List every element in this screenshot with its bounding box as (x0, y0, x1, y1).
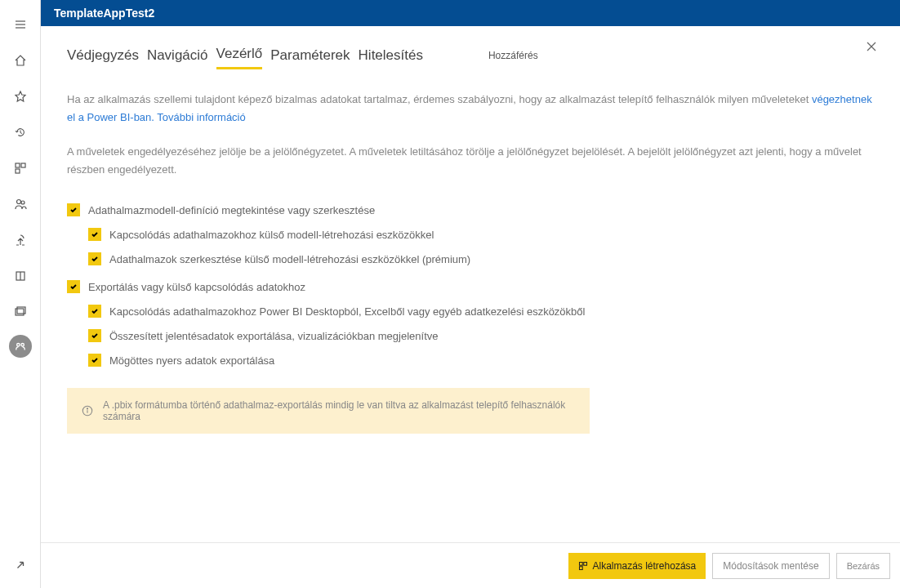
check-export-connect: Exportálás vagy külső kapcsolódás adatok… (67, 280, 874, 293)
check-group-2: Exportálás vagy külső kapcsolódás adatok… (67, 280, 874, 367)
save-changes-button[interactable]: Módosítások mentése (712, 553, 829, 579)
checkbox[interactable] (88, 252, 101, 265)
workspaces-icon[interactable] (4, 296, 37, 328)
check-connect-external-tools: Kapcsolódás adathalmazokhoz külső modell… (88, 228, 874, 241)
svg-rect-3 (16, 163, 20, 167)
check-group-1: Adathalmazmodell-definíció megtekintése … (67, 203, 874, 265)
info-text: A .pbix formátumba történő adathalmaz-ex… (103, 399, 575, 422)
svg-point-12 (16, 344, 20, 347)
star-icon[interactable] (4, 80, 37, 113)
checkbox[interactable] (88, 305, 101, 318)
tab-navigation[interactable]: Navigáció (147, 42, 208, 69)
expand-icon[interactable] (4, 549, 37, 581)
nav-rail (0, 0, 41, 588)
tab-control[interactable]: Vezérlő (216, 41, 263, 69)
svg-point-6 (16, 200, 20, 204)
content-panel: Védjegyzés Navigáció Vezérlő Paraméterek… (41, 26, 900, 542)
tab-branding[interactable]: Védjegyzés (67, 42, 139, 69)
description-1: Ha az alkalmazás szellemi tulajdont képe… (67, 91, 874, 127)
close-button[interactable]: Bezárás (836, 553, 890, 579)
info-banner: A .pbix formátumba történő adathalmaz-ex… (67, 388, 590, 434)
svg-rect-19 (579, 562, 582, 565)
workspace-badge-icon[interactable] (9, 335, 32, 358)
check-label: Összesített jelentésadatok exportálása, … (109, 330, 439, 342)
checkbox[interactable] (88, 228, 101, 241)
checkbox[interactable] (67, 280, 80, 293)
check-label: Adathalmazmodell-definíció megtekintése … (88, 204, 375, 216)
create-app-button[interactable]: Alkalmazás létrehozása (568, 553, 706, 579)
info-icon (82, 405, 93, 416)
svg-point-18 (87, 408, 87, 409)
apps-icon[interactable] (4, 152, 37, 185)
home-icon[interactable] (4, 44, 37, 77)
check-export-summarized: Összesített jelentésadatok exportálása, … (88, 329, 874, 342)
close-icon[interactable] (866, 41, 877, 52)
app-title: TemplateAppTest2 (54, 7, 154, 20)
check-connect-desktop: Kapcsolódás adathalmazokhoz Power BI Des… (88, 305, 874, 318)
checkbox[interactable] (67, 203, 80, 216)
check-label: Mögöttes nyers adatok exportálása (109, 354, 274, 367)
hamburger-icon[interactable] (4, 8, 37, 41)
people-icon[interactable] (4, 188, 37, 220)
check-label: Kapcsolódás adathalmazokhoz Power BI Des… (109, 305, 585, 318)
checkbox[interactable] (88, 354, 101, 367)
checkbox[interactable] (88, 329, 101, 342)
tab-access[interactable]: Hozzáférés (488, 50, 538, 61)
svg-rect-5 (16, 169, 20, 173)
description-2: A műveletek engedélyezéséhez jelölje be … (67, 143, 874, 179)
deploy-icon[interactable] (4, 224, 37, 256)
footer-bar: Alkalmazás létrehozása Módosítások menté… (41, 542, 900, 588)
header-bar: TemplateAppTest2 (41, 0, 900, 26)
check-label: Adathalmazok szerkesztése külső modell-l… (109, 253, 470, 265)
check-label: Kapcsolódás adathalmazokhoz külső modell… (109, 229, 434, 241)
svg-rect-20 (583, 562, 586, 565)
tab-parameters[interactable]: Paraméterek (270, 42, 350, 69)
apps-icon (578, 561, 588, 571)
svg-rect-4 (21, 163, 25, 167)
link-more-info[interactable]: További információ (157, 111, 245, 123)
check-export-raw: Mögöttes nyers adatok exportálása (88, 354, 874, 367)
history-icon[interactable] (4, 116, 37, 149)
check-label: Exportálás vagy külső kapcsolódás adatok… (88, 281, 305, 293)
tab-authentication[interactable]: Hitelesítés (359, 42, 423, 69)
svg-point-13 (20, 344, 24, 347)
tab-bar: Védjegyzés Navigáció Vezérlő Paraméterek… (67, 41, 874, 69)
svg-point-7 (21, 201, 25, 204)
check-edit-external-tools: Adathalmazok szerkesztése külső modell-l… (88, 252, 874, 265)
learn-icon[interactable] (4, 260, 37, 292)
main-area: TemplateAppTest2 Védjegyzés Navigáció Ve… (41, 0, 900, 588)
check-view-edit-model: Adathalmazmodell-definíció megtekintése … (67, 203, 874, 216)
svg-rect-21 (579, 566, 582, 569)
